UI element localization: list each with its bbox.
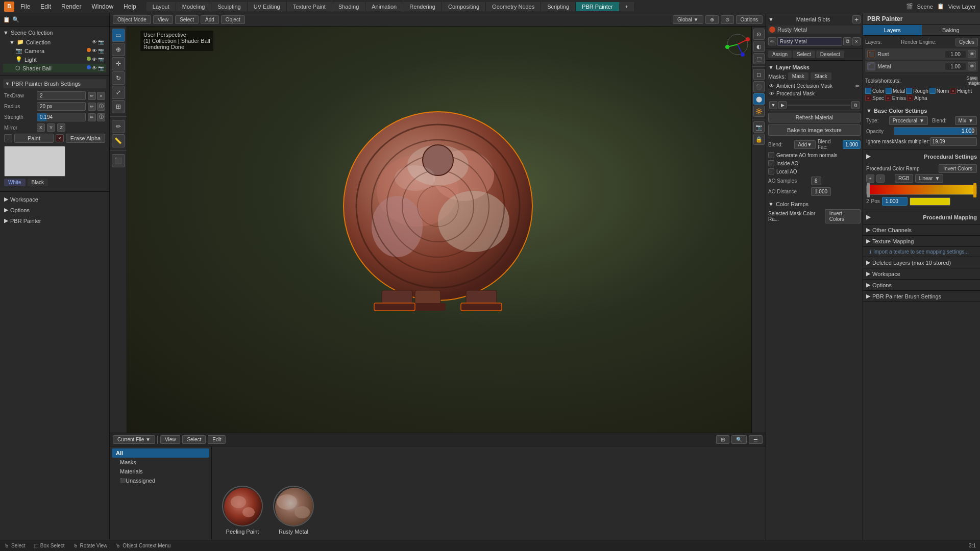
bottom-current-file[interactable]: Current File ▼ — [113, 435, 155, 444]
local-ao-check[interactable] — [768, 168, 774, 174]
deleted-layers-section[interactable]: ▶ Deleted Layers (max 10 stored) — [863, 257, 980, 268]
cursor-tool[interactable]: ⊕ — [112, 43, 125, 56]
mat-edit-btn[interactable]: ✏ — [768, 37, 776, 45]
cb-metal-box[interactable] — [886, 88, 892, 94]
blend-dropdown-fr[interactable]: Mix▼ — [955, 116, 977, 125]
material-rusty-row[interactable]: Rusty Metal — [768, 26, 861, 34]
proc-vis-toggle[interactable]: 👁 — [769, 91, 774, 96]
move-tool[interactable]: ✛ — [112, 57, 125, 70]
tab-baking[interactable]: Baking — [922, 25, 981, 35]
tab-shading[interactable]: Shading — [332, 2, 365, 11]
mirror-x-btn[interactable]: X — [37, 123, 45, 132]
light-vis[interactable]: 👁 — [92, 57, 97, 62]
mask-collapse-btn[interactable]: ▼ — [769, 101, 777, 109]
material-btn[interactable]: ⬤ — [753, 93, 765, 105]
proc-settings-header[interactable]: ▶ Procedural Settings — [866, 152, 977, 161]
proc-mapping-header[interactable]: ▶ Procedural Mapping — [866, 212, 977, 222]
ao-distance-value[interactable]: 1.000 — [811, 187, 831, 196]
filter-bottom[interactable]: ☰ — [749, 435, 763, 444]
object-menu[interactable]: Object — [221, 15, 245, 24]
bottom-view[interactable]: View — [160, 435, 181, 444]
annotate-tool[interactable]: ✏ — [112, 120, 125, 133]
engine-dropdown[interactable]: Cycles — [955, 38, 978, 46]
viewport-gizmo[interactable] — [725, 32, 750, 58]
add-menu[interactable]: Add — [201, 15, 219, 24]
filter-icon[interactable]: 🔍 — [12, 16, 19, 23]
tab-layout[interactable]: Layout — [146, 2, 176, 11]
bottom-edit[interactable]: Edit — [208, 435, 226, 444]
thumbnail-rusty-metal[interactable]: Rusty Metal — [273, 486, 314, 535]
ramp-handle-right[interactable] — [973, 183, 976, 197]
layer-rust-value[interactable]: 1.00 — [945, 51, 966, 58]
paint-check[interactable] — [4, 134, 12, 142]
file-masks[interactable]: Masks — [112, 458, 209, 467]
radius-value[interactable]: 20 px — [37, 102, 86, 111]
workspace-nav[interactable]: ▶ Workspace — [4, 194, 105, 205]
options-section-fr[interactable]: ▶ Options — [863, 280, 980, 291]
save-images-btn[interactable]: Save Images — [970, 77, 978, 85]
menu-window[interactable]: Window — [87, 2, 117, 11]
select-menu[interactable]: Select — [175, 15, 199, 24]
mask-expand-btn[interactable]: ▶ — [778, 101, 787, 109]
cb-emiss-box[interactable]: × — [885, 95, 891, 101]
base-color-header[interactable]: ▼ Base Color Settings — [866, 106, 977, 115]
tab-sculpting[interactable]: Sculpting — [211, 2, 247, 11]
options-viewport-btn[interactable]: Options — [736, 15, 763, 24]
file-all[interactable]: All — [112, 448, 209, 458]
thumbnail-view[interactable]: ⊞ — [716, 435, 729, 444]
render-icon[interactable]: 📷 — [98, 39, 104, 45]
menu-help[interactable]: Help — [119, 2, 140, 11]
bottom-select[interactable]: Select — [182, 435, 206, 444]
tab-add[interactable]: + — [619, 2, 635, 11]
invert-colors-btn[interactable]: Invert Colors — [825, 209, 861, 223]
ramp-color-mode[interactable]: RGB — [895, 174, 913, 183]
select-btn[interactable]: Select — [793, 51, 815, 58]
layer-rust-vis[interactable]: 👁 — [968, 50, 976, 58]
generate-ao-check[interactable] — [768, 152, 774, 158]
vis-icon[interactable]: 👁 — [92, 39, 97, 45]
assign-btn[interactable]: Assign — [768, 51, 792, 58]
scene-collection-title[interactable]: ▼ Scene Collection — [3, 30, 106, 36]
white-color-btn[interactable]: White — [4, 179, 26, 186]
transform-tool[interactable]: ⊞ — [112, 100, 125, 113]
shader-vis[interactable]: 👁 — [92, 65, 97, 71]
rotate-tool[interactable]: ↻ — [112, 71, 125, 85]
tab-compositing[interactable]: Compositing — [442, 2, 486, 11]
menu-render[interactable]: Render — [57, 2, 85, 11]
tab-animation[interactable]: Animation — [365, 2, 403, 11]
ramp-add-btn[interactable]: + — [866, 174, 874, 183]
tex-edit-btn[interactable]: ✏ — [88, 92, 96, 100]
bake-btn[interactable]: Bake to image texture — [768, 124, 861, 136]
main-viewport[interactable]: ▭ ⊕ ✛ ↻ ⤢ ⊞ ✏ 📏 ⬛ User Perspective (1) C… — [110, 27, 766, 433]
camera-vis[interactable]: 👁 — [92, 48, 97, 54]
ramp-interpolation[interactable]: Linear▼ — [915, 174, 944, 183]
mode-dropdown[interactable]: Object Mode — [113, 15, 151, 24]
erase-alpha-btn[interactable]: Erase Alpha — [66, 134, 105, 143]
menu-edit[interactable]: Edit — [36, 2, 55, 11]
viewport-xray-btn[interactable]: ⬚ — [753, 53, 765, 64]
select-box-tool[interactable]: ▭ — [112, 29, 125, 42]
solid-btn[interactable]: ⚫ — [753, 81, 765, 92]
ao-vis-toggle[interactable]: 👁 — [769, 83, 774, 89]
inside-ao-check[interactable] — [768, 160, 774, 166]
pos-field[interactable] — [882, 197, 908, 206]
options-nav[interactable]: ▶ Options — [4, 205, 105, 215]
mat-copy-btn[interactable]: ⧉ — [843, 37, 851, 45]
tex-draw-value[interactable]: 2 — [37, 91, 86, 100]
shader-render[interactable]: 📷 — [98, 65, 104, 71]
cb-spec-box[interactable]: × — [865, 95, 871, 101]
strength-edit-btn[interactable]: ✏ — [88, 113, 96, 121]
black-color-btn[interactable]: Black — [28, 179, 48, 186]
tab-geometry-nodes[interactable]: Geometry Nodes — [486, 2, 541, 11]
brush-settings-header[interactable]: ▼ PBR Painter Brush Settings — [3, 79, 106, 88]
cb-height-box[interactable]: × — [950, 88, 956, 94]
stack-btn[interactable]: Stack — [811, 72, 831, 80]
mat-name-field[interactable]: Rusty Metal — [777, 37, 842, 46]
rendered-btn[interactable]: 🔆 — [753, 106, 765, 117]
scale-tool[interactable]: ⤢ — [112, 86, 125, 99]
light-render[interactable]: 📷 — [98, 57, 104, 62]
wireframe-btn[interactable]: ◻ — [753, 69, 765, 80]
pbr-brush-section-fr[interactable]: ▶ PBR Painter Brush Settings — [863, 291, 980, 302]
viewport-display-btn[interactable]: ⊙ — [753, 29, 765, 40]
ramp-remove-btn[interactable]: - — [876, 174, 885, 183]
